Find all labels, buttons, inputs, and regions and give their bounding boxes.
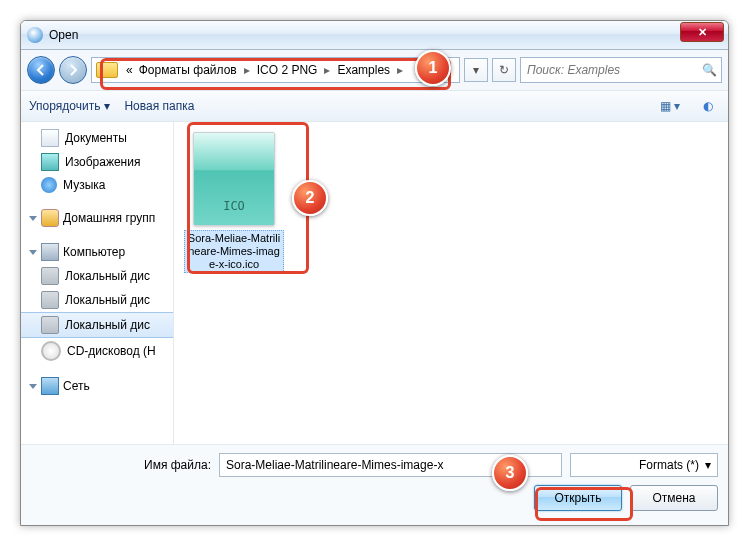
search-placeholder: Поиск: Examples (527, 63, 620, 77)
sidebar-item-documents[interactable]: Документы (21, 126, 173, 150)
chevron-right-icon[interactable]: ▸ (241, 63, 253, 77)
sidebar-group-network[interactable]: Сеть (21, 374, 173, 398)
forward-button[interactable] (59, 56, 87, 84)
dialog-body: Документы Изображения Музыка Домашняя гр… (21, 122, 728, 444)
sidebar-group-computer[interactable]: Компьютер (21, 240, 173, 264)
sidebar: Документы Изображения Музыка Домашняя гр… (21, 122, 174, 444)
file-list[interactable]: ICO Sora-Meliae-Matrilineare-Mimes-image… (174, 122, 728, 444)
filetype-filter[interactable]: Formats (*)▾ (570, 453, 718, 477)
chevron-down-icon (29, 384, 37, 389)
nav-row: « Форматы файлов ▸ ICO 2 PNG ▸ Examples … (21, 50, 728, 90)
titlebar[interactable]: Open ✕ (21, 21, 728, 50)
homegroup-icon (41, 209, 59, 227)
filename-input[interactable]: Sora-Meliae-Matrilineare-Mimes-image-x (219, 453, 562, 477)
view-options-button[interactable]: ▦ ▾ (658, 95, 682, 117)
hdd-icon (41, 291, 59, 309)
search-input[interactable]: Поиск: Examples (520, 57, 722, 83)
back-button[interactable] (27, 56, 55, 84)
file-thumbnail: ICO (193, 132, 275, 226)
pictures-icon (41, 153, 59, 171)
document-icon (41, 129, 59, 147)
hdd-icon (41, 316, 59, 334)
sidebar-item-drive[interactable]: Локальный дис (21, 264, 173, 288)
file-name: Sora-Meliae-Matrilineare-Mimes-image-x-i… (184, 230, 284, 273)
folder-icon (96, 62, 118, 78)
open-dialog: Open ✕ « Форматы файлов ▸ ICO 2 PNG ▸ Ex… (20, 20, 729, 526)
network-icon (41, 377, 59, 395)
breadcrumb-dropdown[interactable]: ▾ (464, 58, 488, 82)
sidebar-item-pictures[interactable]: Изображения (21, 150, 173, 174)
arrow-left-icon (35, 64, 47, 76)
close-button[interactable]: ✕ (680, 22, 724, 42)
crumb-seg[interactable]: Форматы файлов (137, 63, 239, 77)
window-title: Open (49, 28, 722, 42)
filename-label: Имя файла: (31, 458, 211, 472)
crumb-seg[interactable]: ICO 2 PNG (255, 63, 320, 77)
chevron-down-icon: ▾ (705, 458, 711, 472)
sidebar-item-music[interactable]: Музыка (21, 174, 173, 196)
chevron-down-icon (29, 216, 37, 221)
sidebar-item-drive[interactable]: Локальный дис (21, 288, 173, 312)
music-icon (41, 177, 57, 193)
help-button[interactable]: ◐ (696, 95, 720, 117)
cd-icon (41, 341, 61, 361)
open-button[interactable]: Открыть (534, 485, 622, 511)
hdd-icon (41, 267, 59, 285)
organize-menu[interactable]: Упорядочить ▾ (29, 99, 110, 113)
cancel-button[interactable]: Отмена (630, 485, 718, 511)
sidebar-item-cd[interactable]: CD-дисковод (H (21, 338, 173, 364)
dialog-footer: Имя файла: Sora-Meliae-Matrilineare-Mime… (21, 444, 728, 526)
app-icon (27, 27, 43, 43)
refresh-button[interactable]: ↻ (492, 58, 516, 82)
computer-icon (41, 243, 59, 261)
arrow-right-icon (67, 64, 79, 76)
chevron-right-icon[interactable]: ▸ (321, 63, 333, 77)
new-folder-button[interactable]: Новая папка (124, 99, 194, 113)
crumb-seg[interactable]: Examples (335, 63, 392, 77)
sidebar-group-homegroup[interactable]: Домашняя групп (21, 206, 173, 230)
crumb-prefix: « (124, 63, 135, 77)
file-item[interactable]: ICO Sora-Meliae-Matrilineare-Mimes-image… (184, 132, 284, 273)
breadcrumb-bar[interactable]: « Форматы файлов ▸ ICO 2 PNG ▸ Examples … (91, 57, 460, 83)
chevron-right-icon[interactable]: ▸ (394, 63, 406, 77)
chevron-down-icon (29, 250, 37, 255)
sidebar-item-drive[interactable]: Локальный дис (21, 312, 173, 338)
toolbar: Упорядочить ▾ Новая папка ▦ ▾ ◐ (21, 90, 728, 122)
chevron-down-icon: ▾ (104, 99, 110, 113)
